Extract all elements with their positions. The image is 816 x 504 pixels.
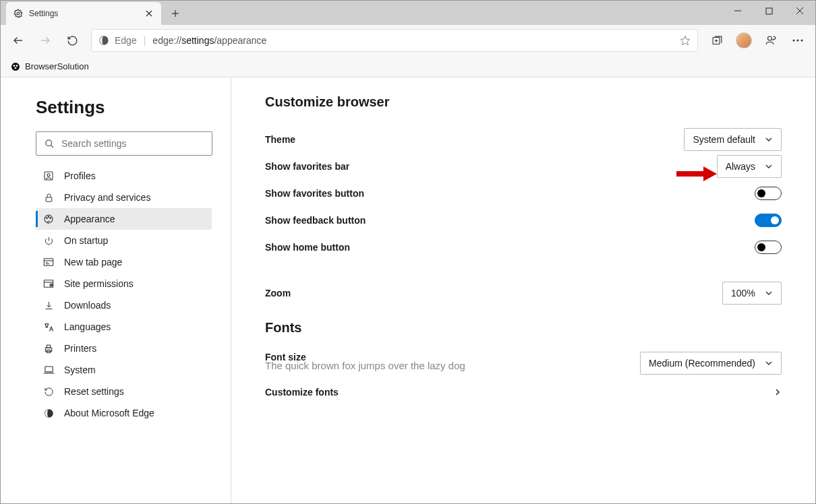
svg-rect-6 — [766, 8, 772, 14]
edge-icon — [42, 407, 55, 419]
svg-point-19 — [801, 40, 803, 42]
brand-label: Edge — [115, 35, 137, 46]
row-favorites-bar: Show favorites bar Always — [265, 153, 782, 180]
section-heading-fonts: Fonts — [265, 320, 782, 336]
svg-rect-47 — [45, 367, 52, 372]
svg-point-22 — [16, 65, 18, 67]
chevron-down-icon — [765, 135, 773, 144]
row-theme: Theme System default — [265, 126, 782, 153]
svg-point-32 — [50, 218, 51, 219]
svg-point-24 — [46, 139, 52, 146]
titlebar: Settings — [1, 1, 815, 25]
row-customize-fonts[interactable]: Customize fonts — [265, 379, 782, 406]
row-home-button: Show home button — [265, 234, 782, 261]
nav-downloads[interactable]: Downloads — [36, 294, 212, 316]
tab-title: Settings — [29, 9, 138, 18]
font-sample-text: The quick brown fox jumps over the lazy … — [265, 360, 465, 371]
permissions-icon — [42, 278, 55, 290]
nav-appearance[interactable]: Appearance — [36, 208, 212, 230]
nav-privacy[interactable]: Privacy and services — [36, 187, 212, 208]
nav-reset[interactable]: Reset settings — [36, 381, 212, 402]
language-icon — [42, 321, 55, 333]
svg-point-20 — [11, 63, 20, 71]
feedback-button-toggle[interactable] — [755, 214, 782, 227]
nav-system[interactable]: System — [36, 359, 212, 381]
svg-rect-26 — [45, 172, 53, 180]
download-icon — [42, 299, 55, 311]
section-heading-customize: Customize browser — [265, 94, 782, 110]
search-input[interactable] — [61, 138, 204, 149]
palette-icon — [42, 213, 55, 225]
profile-icon — [42, 170, 55, 182]
chevron-down-icon — [765, 289, 773, 297]
nav-sitepermissions[interactable]: Site permissions — [36, 273, 212, 294]
bookmark-item[interactable]: BrowserSolution — [10, 61, 89, 72]
url-text: edge://settings/appearance — [152, 35, 673, 46]
minimize-button[interactable] — [722, 1, 753, 21]
svg-rect-45 — [47, 345, 50, 348]
settings-nav: Profiles Privacy and services Appearance… — [36, 165, 212, 424]
bookmarks-bar: BrowserSolution — [1, 56, 815, 77]
search-settings[interactable] — [36, 131, 212, 156]
chevron-down-icon — [765, 162, 773, 170]
row-favorites-button: Show favorites button — [265, 180, 782, 207]
site-identity: Edge — [98, 35, 137, 46]
svg-point-23 — [15, 67, 17, 69]
svg-marker-12 — [680, 36, 689, 44]
svg-line-25 — [51, 145, 53, 148]
close-tab-button[interactable] — [144, 8, 154, 19]
lock-icon — [42, 191, 55, 203]
printer-icon — [42, 342, 55, 354]
zoom-select[interactable]: 100% — [722, 282, 782, 305]
svg-point-21 — [13, 65, 16, 67]
nav-startup[interactable]: On startup — [36, 230, 212, 251]
address-bar[interactable]: Edge | edge://settings/appearance — [91, 29, 698, 52]
profile-avatar[interactable] — [732, 28, 756, 53]
nav-newtab[interactable]: New tab page — [36, 251, 212, 273]
new-tab-button[interactable] — [165, 3, 185, 24]
nav-printers[interactable]: Printers — [36, 338, 212, 359]
font-size-select[interactable]: Medium (Recommended) — [640, 352, 782, 375]
row-font-size: Font size The quick brown fox jumps over… — [265, 352, 782, 379]
theme-select[interactable]: System default — [684, 128, 782, 151]
svg-point-16 — [768, 36, 772, 40]
page-title: Settings — [36, 97, 212, 118]
svg-point-0 — [17, 12, 20, 15]
svg-point-30 — [47, 218, 48, 219]
refresh-button[interactable] — [60, 28, 84, 53]
reset-icon — [42, 385, 55, 398]
row-feedback-button: Show feedback button — [265, 207, 782, 234]
svg-point-17 — [793, 40, 795, 42]
search-icon — [45, 139, 55, 149]
browser-tab[interactable]: Settings — [6, 2, 161, 25]
nav-languages[interactable]: Languages — [36, 316, 212, 338]
svg-rect-28 — [46, 197, 52, 201]
chevron-down-icon — [765, 359, 773, 367]
window-controls — [722, 1, 815, 21]
favorite-star-icon[interactable] — [680, 35, 691, 46]
back-button[interactable] — [6, 28, 30, 53]
window-icon — [42, 256, 55, 268]
svg-point-31 — [48, 216, 49, 218]
favorites-button-toggle[interactable] — [755, 187, 782, 200]
forward-button[interactable] — [33, 28, 57, 53]
favorites-bar-select[interactable]: Always — [717, 155, 782, 178]
power-icon — [42, 234, 55, 247]
settings-sidebar: Settings Profiles Privacy and services A… — [1, 78, 231, 503]
laptop-icon — [42, 364, 55, 376]
svg-rect-44 — [45, 348, 51, 351]
home-button-toggle[interactable] — [755, 241, 782, 254]
maximize-button[interactable] — [753, 1, 784, 21]
chevron-right-icon — [774, 388, 782, 396]
nav-about[interactable]: About Microsoft Edge — [36, 402, 212, 424]
collections-button[interactable] — [705, 28, 729, 53]
gear-icon — [13, 8, 24, 19]
settings-main: Customize browser Theme System default S… — [231, 78, 815, 503]
svg-point-18 — [797, 40, 799, 42]
feedback-icon[interactable] — [759, 28, 783, 53]
close-window-button[interactable] — [784, 1, 815, 21]
row-zoom: Zoom 100% — [265, 280, 782, 307]
nav-profiles[interactable]: Profiles — [36, 165, 212, 187]
menu-button[interactable] — [786, 28, 810, 53]
svg-rect-33 — [44, 259, 53, 266]
